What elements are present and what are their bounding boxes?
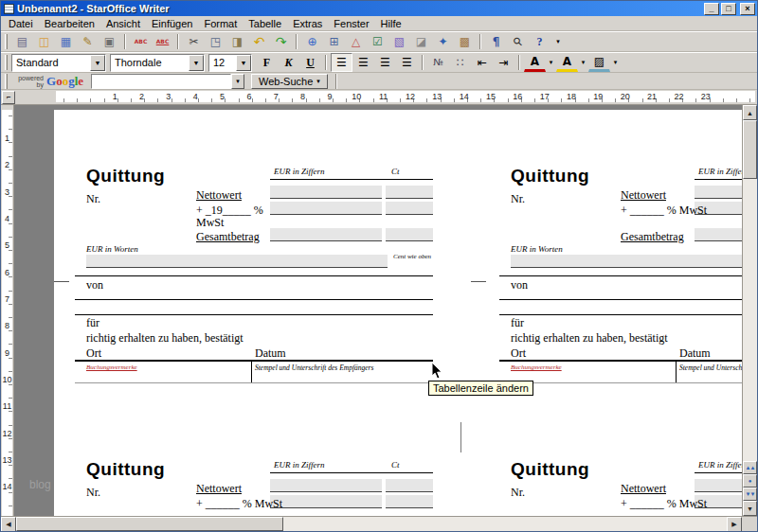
help-icon[interactable]: ? [529,32,550,51]
align-right-button[interactable]: ☰ [374,53,396,72]
nettowert-eur-cell[interactable] [695,479,742,492]
chevron-down-icon[interactable]: ▼ [189,55,204,71]
insert-table-icon[interactable]: ⊞ [323,32,345,51]
amount-in-words-cell[interactable] [86,255,388,268]
align-center-button[interactable]: ☰ [352,53,374,72]
highlighting-dropdown[interactable]: ▾ [578,53,588,72]
cut-icon[interactable]: ✂ [183,32,205,51]
mwst-eur-cell[interactable] [270,202,382,215]
menu-item[interactable]: Format [198,17,243,30]
vertical-scroll-track[interactable] [743,179,757,461]
title-bar[interactable]: Unbenannt2 - StarOffice Writer _□× [1,1,757,16]
chevron-down-icon[interactable]: ▾ [231,74,244,89]
document-page[interactable]: Quittung EUR in Ziffern Ct Nr. Nettowert… [54,110,742,516]
background-color-button[interactable]: ▨ [588,53,610,72]
horizontal-scroll-track[interactable] [283,517,727,531]
justify-button[interactable]: ☰ [396,53,418,72]
paragraph-style-combo[interactable]: Standard ▼ [11,54,106,72]
menu-item[interactable]: Ansicht [100,17,146,30]
vertical-scrollbar[interactable]: ▲ ▲▲ ● ▼▼ ▼ [742,105,757,516]
spellcheck-icon[interactable]: ABC [130,32,152,51]
menu-item[interactable]: Fenster [328,17,374,30]
web-search-button[interactable]: Web-Suche ▾ [251,74,328,89]
menu-item[interactable]: Extras [287,17,328,30]
print-icon[interactable]: ▣ [99,32,120,51]
next-page-button[interactable]: ▼▼ [743,488,757,501]
previous-page-button[interactable]: ▲▲ [743,461,757,474]
horizontal-scroll-thumb[interactable] [16,517,283,531]
toolbar-overflow-button[interactable]: ▾ [552,32,564,51]
menu-item[interactable]: Datei [3,17,39,30]
underline-button[interactable]: U [299,53,321,72]
copy-icon[interactable]: ◳ [205,32,226,51]
numbering-button[interactable]: № [427,53,449,72]
scroll-down-button[interactable]: ▼ [743,501,757,516]
gesamt-ct-cell[interactable] [386,228,433,241]
scroll-left-button[interactable]: ◀ [1,517,16,532]
gesamt-eur-cell[interactable] [695,228,742,241]
mwst-ct-cell[interactable] [386,495,433,508]
navigator-icon[interactable]: ✦ [432,32,454,51]
auto-spellcheck-icon[interactable]: ABC [152,32,173,51]
minimize-button[interactable]: _ [704,3,719,15]
draw-functions-icon[interactable]: △ [345,32,367,51]
menu-item[interactable]: Hilfe [375,17,407,30]
chevron-down-icon[interactable]: ▼ [90,55,105,71]
scroll-right-button[interactable]: ▶ [727,517,742,532]
align-left-button[interactable]: ☰ [331,53,352,72]
nettowert-ct-cell[interactable] [386,186,433,199]
decrease-indent-button[interactable]: ⇤ [471,53,493,72]
scroll-up-button[interactable]: ▲ [743,105,757,120]
navigation-dot-button[interactable]: ● [743,474,757,488]
italic-button[interactable]: K [278,53,299,72]
nettowert-label: Nettowert [621,188,666,203]
google-search-input[interactable] [91,74,231,89]
font-color-dropdown[interactable]: ▾ [546,53,556,72]
paste-icon[interactable]: ◨ [226,32,248,51]
mwst-ct-cell[interactable] [386,202,433,215]
font-size-combo[interactable]: 12 ▼ [208,54,252,72]
edit-file-icon[interactable]: ✎ [77,32,99,51]
chart-icon[interactable]: ◪ [410,32,432,51]
new-document-icon[interactable]: ▤ [11,32,33,51]
gesamt-eur-cell[interactable] [270,228,382,241]
google-logo-letter: G [46,74,56,88]
redo-icon[interactable]: ↷ [270,32,292,51]
amount-in-words-cell[interactable] [511,255,742,268]
gallery-icon[interactable]: ▩ [454,32,476,51]
ruler-number: 14 [450,91,477,103]
bullets-button[interactable]: ∷ [449,53,471,72]
save-icon[interactable]: ▦ [55,32,77,51]
font-color-button[interactable]: A [524,53,546,72]
highlighting-button[interactable]: A [556,53,578,72]
horizontal-scrollbar[interactable]: ◀ ▶ [1,516,742,531]
alignment-group: ☰☰☰☰ [331,53,418,72]
undo-icon[interactable]: ↶ [248,32,270,51]
nettowert-eur-cell[interactable] [270,186,382,199]
nettowert-ct-cell[interactable] [386,479,433,492]
open-icon[interactable]: ◫ [33,32,55,51]
tab-stop-selector[interactable]: ⌐ [2,91,15,104]
nettowert-eur-cell[interactable] [270,479,382,492]
toolbar-grip[interactable] [5,34,8,49]
document-canvas[interactable]: Quittung EUR in Ziffern Ct Nr. Nettowert… [14,105,742,516]
toolbar-grip[interactable] [5,55,8,70]
increase-indent-button[interactable]: ⇥ [493,53,514,72]
insert-graphic-icon[interactable]: ▧ [388,32,410,51]
vertical-scroll-thumb[interactable] [743,120,757,179]
chevron-down-icon[interactable]: ▼ [236,55,251,71]
toolbar-grip[interactable] [5,74,8,89]
maximize-button[interactable]: □ [721,3,736,15]
nettowert-eur-cell[interactable] [695,186,742,199]
close-button[interactable]: × [740,3,755,15]
ruler-number: 2 [128,91,154,103]
form-functions-icon[interactable]: ☑ [367,32,388,51]
mwst-eur-cell[interactable] [270,495,382,508]
font-name-combo[interactable]: Thorndale ▼ [110,54,205,72]
background-color-dropdown[interactable]: ▾ [610,53,621,72]
hyperlink-icon[interactable]: ⊕ [301,32,323,51]
menu-item[interactable]: Tabelle [243,17,287,30]
bold-button[interactable]: F [256,53,278,72]
menu-item[interactable]: Einfügen [146,17,198,30]
menu-item[interactable]: Bearbeiten [39,17,100,30]
